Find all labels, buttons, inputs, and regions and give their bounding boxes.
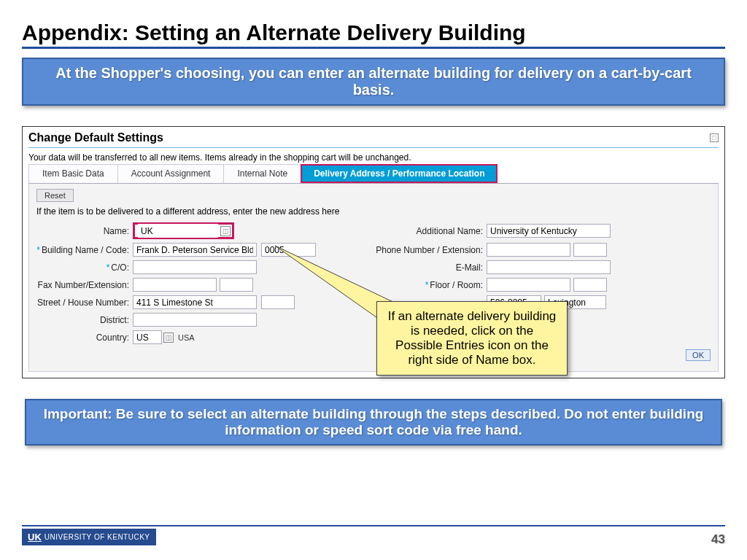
panel-heading: Change Default Settings xyxy=(28,131,163,144)
building-name-input[interactable] xyxy=(133,243,257,257)
name-label: Name: xyxy=(36,226,129,236)
possible-entries-icon[interactable]: ◫ xyxy=(220,226,231,236)
uk-name: UNIVERSITY OF KENTUCKY xyxy=(44,533,150,541)
important-banner: Important: Be sure to select an alternat… xyxy=(25,399,722,446)
house-number-input[interactable] xyxy=(261,295,295,309)
tab-basic-data[interactable]: Item Basic Data xyxy=(28,164,118,183)
page-number: 43 xyxy=(711,532,725,547)
reset-button[interactable]: Reset xyxy=(36,189,74,202)
street-input[interactable] xyxy=(133,295,257,309)
co-input[interactable] xyxy=(133,260,257,274)
phone-input[interactable] xyxy=(487,243,570,257)
footer: UK UNIVERSITY OF KENTUCKY 43 xyxy=(22,525,725,545)
intro-banner: At the Shopper's choosing, you can enter… xyxy=(22,58,725,106)
phone-label: Phone Number / Extension: xyxy=(374,245,483,255)
additional-name-input[interactable] xyxy=(487,224,611,238)
minimize-icon[interactable]: □ xyxy=(710,133,719,142)
tab-bar: Item Basic Data Account Assignment Inter… xyxy=(28,164,719,184)
fax-input[interactable] xyxy=(133,278,217,292)
building-code-input[interactable] xyxy=(261,243,316,257)
form-area: Reset If the item is to be delivered to … xyxy=(28,184,719,372)
page-title: Appendix: Setting an Alternate Delivery … xyxy=(22,20,725,49)
room-input[interactable] xyxy=(573,278,607,292)
email-label: E-Mail: xyxy=(374,262,483,273)
floor-label: Floor / Room: xyxy=(374,280,483,290)
uk-logo: UK UNIVERSITY OF KENTUCKY xyxy=(22,529,156,545)
district-input[interactable] xyxy=(133,313,257,327)
country-label: Country: xyxy=(36,332,129,343)
co-label: C/O: xyxy=(36,262,129,273)
country-name-text: USA xyxy=(178,333,195,342)
settings-panel: Change Default Settings □ Your data will… xyxy=(22,126,725,378)
transfer-note: Your data will be transferred to all new… xyxy=(28,152,719,163)
fax-label: Fax Number/Extension: xyxy=(36,280,129,290)
tab-delivery-address[interactable]: Delivery Address / Performance Location xyxy=(301,164,498,183)
callout-box: If an alternate delivery building is nee… xyxy=(376,301,568,376)
uk-mark: UK xyxy=(28,532,42,542)
tab-account-assignment[interactable]: Account Assignment xyxy=(117,164,225,183)
email-input[interactable] xyxy=(487,260,611,274)
extension-input[interactable] xyxy=(573,243,607,257)
additional-name-label: Additional Name: xyxy=(374,226,483,236)
street-label: Street / House Number: xyxy=(36,298,129,308)
ok-button[interactable]: OK xyxy=(686,349,711,361)
name-input[interactable] xyxy=(138,224,218,238)
name-input-highlight: ◫ xyxy=(133,222,234,239)
floor-input[interactable] xyxy=(487,278,570,292)
country-picker-icon[interactable]: ◫ xyxy=(163,332,174,343)
district-label: District: xyxy=(36,315,129,325)
tab-internal-note[interactable]: Internal Note xyxy=(223,164,301,183)
country-code-input[interactable] xyxy=(133,330,162,344)
building-label: Building Name / Code: xyxy=(36,245,129,255)
fax-ext-input[interactable] xyxy=(220,278,253,292)
form-hint: If the item is to be delivered to a diff… xyxy=(36,206,711,217)
